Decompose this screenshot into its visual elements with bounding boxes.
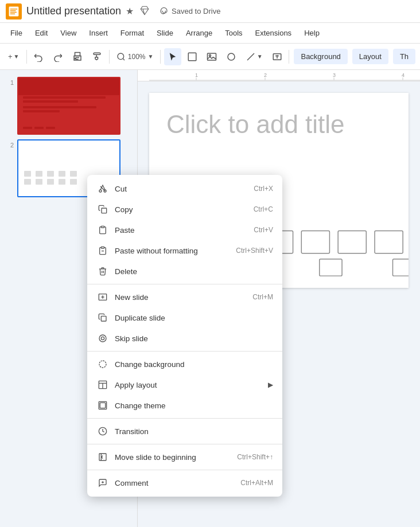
duplicate-slide-icon	[96, 311, 109, 324]
ctx-divider-3	[87, 418, 282, 419]
svg-rect-6	[75, 52, 80, 56]
toolbar: + ▼ 100% ▼ ▼ Background Layout Th	[0, 44, 420, 70]
slide-thumb-header	[18, 78, 119, 95]
toolbar-divider-4	[289, 50, 289, 64]
slide-number-2: 2	[5, 139, 14, 149]
zoom-dropdown[interactable]: 100% ▼	[113, 50, 157, 64]
grid-cell	[36, 171, 42, 177]
add-slide-btn[interactable]: + ▼	[5, 50, 23, 63]
redo-btn[interactable]	[49, 48, 67, 65]
grid-cell	[47, 171, 54, 177]
frame-btn[interactable]	[184, 48, 201, 65]
menu-insert[interactable]: Insert	[83, 26, 114, 40]
ctx-change-theme-label: Change theme	[115, 401, 273, 410]
ruler-svg: 1 2 3 4	[149, 70, 420, 81]
theme-btn[interactable]: Th	[393, 49, 415, 64]
svg-rect-9	[188, 53, 196, 61]
thumb-dot-1	[23, 127, 32, 129]
ctx-cut[interactable]: Cut Ctrl+X	[87, 178, 282, 199]
svg-rect-2	[10, 9, 18, 9]
shapes-btn[interactable]	[223, 48, 240, 65]
app-title[interactable]: Untitled presentation	[26, 5, 121, 17]
canvas-title-placeholder[interactable]: Click to add title	[149, 93, 409, 139]
ctx-paste[interactable]: Paste Ctrl+V	[87, 220, 282, 240]
cut-icon	[96, 182, 109, 195]
menu-format[interactable]: Format	[115, 26, 150, 40]
menu-help[interactable]: Help	[298, 26, 325, 40]
ctx-transition[interactable]: Transition	[87, 421, 282, 442]
ctx-skip-slide[interactable]: Skip slide	[87, 328, 282, 349]
ctx-change-theme[interactable]: Change theme	[87, 395, 282, 416]
ctx-skip-label: Skip slide	[115, 334, 273, 343]
ctx-new-slide[interactable]: New slide Ctrl+M	[87, 287, 282, 307]
menu-tools[interactable]: Tools	[219, 26, 248, 40]
drive-icon[interactable]	[139, 5, 150, 18]
ctx-duplicate-slide[interactable]: Duplicate slide	[87, 307, 282, 328]
ctx-copy-shortcut: Ctrl+C	[254, 205, 273, 213]
menu-arrange[interactable]: Arrange	[180, 26, 218, 40]
svg-rect-53	[99, 454, 106, 460]
menu-extensions[interactable]: Extensions	[250, 26, 298, 40]
svg-rect-1	[9, 6, 19, 16]
svg-rect-39	[101, 247, 104, 248]
svg-text:2: 2	[264, 72, 267, 78]
ctx-delete[interactable]: Delete	[87, 261, 282, 282]
ctx-move-to-beginning[interactable]: Move slide to beginning Ctrl+Shift+↑	[87, 447, 282, 467]
cursor-btn[interactable]	[164, 48, 181, 65]
menu-file[interactable]: File	[5, 26, 28, 40]
ctx-cut-shortcut: Ctrl+X	[254, 185, 273, 193]
ctx-apply-layout[interactable]: Apply layout ▶	[87, 374, 282, 395]
line-btn[interactable]: ▼	[242, 49, 266, 64]
ctx-duplicate-label: Duplicate slide	[115, 314, 273, 322]
grid-cell	[36, 179, 42, 185]
grid-cell	[59, 171, 65, 177]
print-btn[interactable]	[69, 48, 86, 65]
ctx-new-slide-shortcut: Ctrl+M	[252, 293, 273, 301]
svg-text:1: 1	[195, 72, 198, 78]
thumb-line-2	[23, 100, 78, 103]
menu-view[interactable]: View	[55, 26, 82, 40]
textbox-btn[interactable]	[269, 48, 286, 65]
ctx-paste-no-format[interactable]: Paste without formatting Ctrl+Shift+V	[87, 240, 282, 261]
ctx-copy[interactable]: Copy Ctrl+C	[87, 199, 282, 220]
move-to-beginning-icon	[96, 451, 109, 463]
star-icon[interactable]: ★	[126, 6, 134, 17]
ctx-paste-shortcut: Ctrl+V	[254, 226, 273, 234]
image-btn[interactable]	[203, 48, 220, 65]
menu-slide[interactable]: Slide	[151, 26, 179, 40]
toolbar-divider-1	[26, 50, 27, 64]
layout-btn[interactable]: Layout	[352, 49, 388, 64]
svg-rect-30	[375, 231, 403, 253]
grid-cell	[24, 171, 31, 177]
thumb-line-1	[23, 96, 106, 99]
menu-bar: File Edit View Insert Format Slide Arran…	[0, 23, 420, 44]
undo-btn[interactable]	[30, 48, 48, 65]
comment-icon	[96, 477, 109, 489]
ctx-copy-label: Copy	[115, 205, 254, 214]
svg-rect-52	[100, 403, 105, 408]
paint-format-btn[interactable]	[88, 48, 106, 65]
ctx-apply-layout-label: Apply layout	[115, 381, 263, 389]
slide-thumb-grid	[24, 154, 79, 185]
transition-icon	[96, 425, 109, 438]
ctx-comment[interactable]: Comment Ctrl+Alt+M	[87, 473, 282, 493]
zoom-level: 100%	[128, 53, 146, 61]
slide-item-1[interactable]: 1	[0, 75, 137, 137]
ctx-move-beginning-shortcut: Ctrl+Shift+↑	[237, 453, 273, 461]
slide-thumb-dots	[23, 127, 55, 129]
svg-point-47	[99, 361, 106, 368]
new-slide-icon	[96, 291, 109, 303]
ruler: 1 2 3 4	[138, 70, 420, 81]
svg-rect-3	[10, 10, 16, 10]
ctx-change-bg[interactable]: Change background	[87, 354, 282, 374]
zoom-arrow-icon: ▼	[148, 53, 154, 60]
menu-edit[interactable]: Edit	[29, 26, 53, 40]
svg-rect-34	[392, 259, 409, 276]
background-btn[interactable]: Background	[294, 49, 347, 64]
ctx-move-beginning-label: Move slide to beginning	[115, 453, 237, 462]
svg-rect-37	[102, 208, 107, 213]
svg-point-35	[99, 190, 102, 192]
grid-cell	[70, 171, 77, 177]
slide-thumb-1[interactable]	[17, 77, 120, 135]
svg-rect-10	[207, 53, 216, 60]
